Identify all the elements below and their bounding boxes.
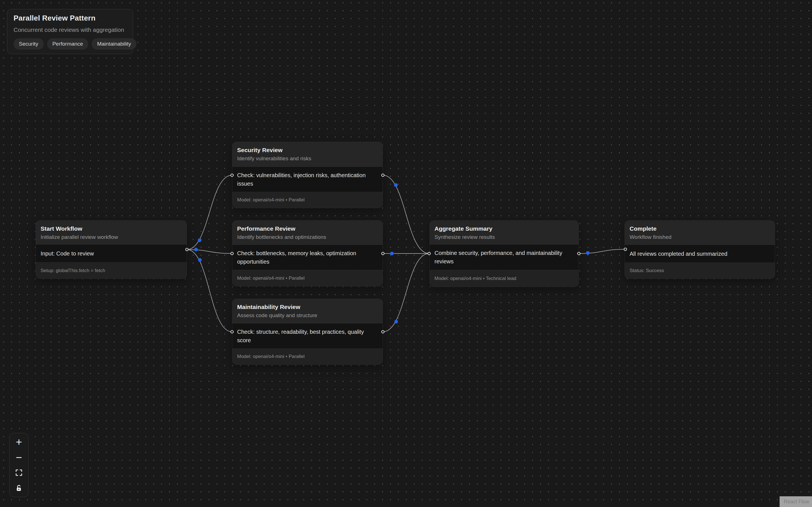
node-footer-text: Status: Success [629,268,664,274]
node-subtitle: Identify vulnerabilities and risks [237,155,378,162]
viewport-controls: + − [9,433,29,497]
node-body: Input: Code to review [36,244,187,263]
node-security-review[interactable]: Security Review Identify vulnerabilities… [232,142,383,208]
node-header: Aggregate Summary Synthesize review resu… [430,221,578,244]
node-title: Performance Review [237,225,378,232]
node-header: Security Review Identify vulnerabilities… [232,142,383,167]
node-performance-review[interactable]: Performance Review Identify bottlenecks … [232,220,383,286]
flow-canvas[interactable]: Start Workflow Initialize parallel revie… [0,0,812,507]
node-footer: Model: openai/o4-mini • Parallel [232,349,383,364]
node-footer-text: Model: openai/o4-mini • Technical lead [435,276,516,281]
node-header: Maintainability Review Assess code quali… [232,299,383,323]
node-footer: Model: openai/o4-mini • Parallel [232,270,383,286]
tag-chip-maintainability: Maintainability [92,38,136,50]
node-subtitle: Initialize parallel review workflow [41,234,182,240]
fit-view-button[interactable] [10,465,28,481]
node-body: All reviews completed and summarized [625,245,775,263]
node-layer: Start Workflow Initialize parallel revie… [0,0,812,507]
tag-chip-security: Security [13,38,44,50]
node-subtitle: Synthesize review results [435,234,574,240]
workflow-info-panel: Parallel Review Pattern Concurrent code … [7,9,133,54]
node-footer: Model: openai/o4-mini • Parallel [232,192,383,208]
node-subtitle: Assess code quality and structure [237,312,378,319]
node-subtitle: Identify bottlenecks and optimizations [237,234,378,240]
node-footer: Status: Success [625,263,775,279]
node-footer-text: Model: openai/o4-mini • Parallel [237,354,305,359]
node-title: Complete [629,225,770,232]
zoom-in-button[interactable]: + [10,434,28,450]
node-footer: Model: openai/o4-mini • Technical lead [430,270,578,287]
plus-icon: + [16,437,22,447]
react-flow-attribution[interactable]: React Flow [779,496,812,507]
tag-chip-performance: Performance [47,38,89,50]
node-body-text: Input: Code to review [41,249,94,258]
node-body: Check: vulnerabilities, injection risks,… [232,167,383,192]
node-header: Complete Workflow finished [625,221,775,245]
node-footer: Setup: globalThis.fetch = fetch [36,263,187,279]
workflow-subtitle: Concurrent code reviews with aggregation [13,26,126,33]
node-body-text: All reviews completed and summarized [629,249,727,258]
node-body-text: Check: vulnerabilities, injection risks,… [237,171,377,188]
node-body: Check: structure, readability, best prac… [232,323,383,349]
node-body-text: Check: structure, readability, best prac… [237,328,377,344]
node-body: Combine security, performance, and maint… [430,244,578,270]
node-start-workflow[interactable]: Start Workflow Initialize parallel revie… [36,220,187,279]
node-body-text: Check: bottlenecks, memory leaks, optimi… [237,249,377,266]
node-footer-text: Setup: globalThis.fetch = fetch [41,268,105,274]
attribution-label: React Flow [784,499,809,505]
node-header: Performance Review Identify bottlenecks … [232,221,383,245]
node-maintainability-review[interactable]: Maintainability Review Assess code quali… [232,298,383,365]
node-title: Aggregate Summary [435,225,574,232]
node-footer-text: Model: openai/o4-mini • Parallel [237,197,305,203]
node-title: Start Workflow [41,225,182,232]
node-body-text: Combine security, performance, and maint… [435,249,573,266]
node-subtitle: Workflow finished [629,234,770,240]
fit-view-icon [15,469,23,476]
node-aggregate-summary[interactable]: Aggregate Summary Synthesize review resu… [429,220,579,287]
lock-toggle-button[interactable] [10,481,28,496]
node-body: Check: bottlenecks, memory leaks, optimi… [232,245,383,270]
minus-icon: − [16,452,22,463]
node-complete[interactable]: Complete Workflow finished All reviews c… [624,220,775,279]
node-title: Security Review [237,146,378,154]
node-title: Maintainability Review [237,303,378,311]
zoom-out-button[interactable]: − [10,450,28,465]
unlock-icon [15,484,23,492]
node-header: Start Workflow Initialize parallel revie… [36,221,187,244]
node-footer-text: Model: openai/o4-mini • Parallel [237,276,305,281]
workflow-title: Parallel Review Pattern [13,14,126,22]
tag-chip-row: SecurityPerformanceMaintainability [13,38,126,50]
